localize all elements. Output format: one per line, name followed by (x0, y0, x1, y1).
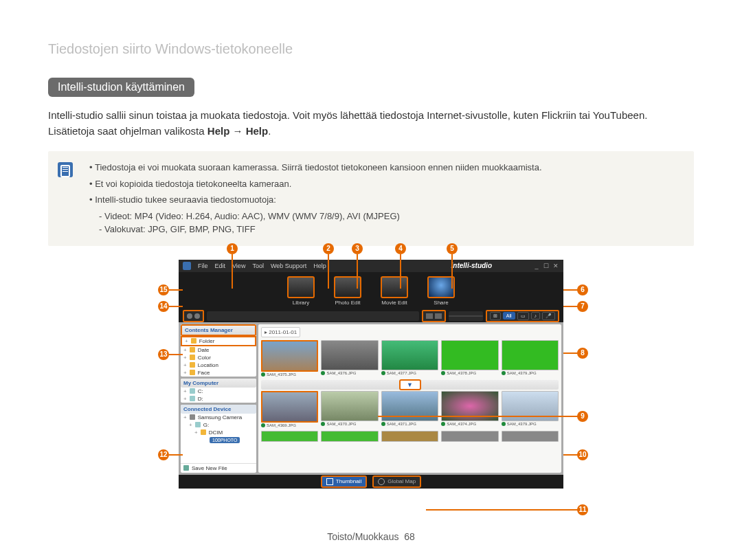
intro-text: Intelli-studio sallii sinun toistaa ja m… (48, 109, 647, 137)
cm-item-location[interactable]: Location (181, 361, 256, 369)
thumb-image (321, 431, 378, 442)
note-icon (58, 162, 73, 177)
window-maximize-icon[interactable]: ☐ (543, 262, 550, 269)
filter-audio-icon[interactable]: 🎤 (542, 312, 555, 320)
device-drive[interactable]: G: (181, 421, 256, 429)
thumbnail[interactable] (261, 431, 318, 442)
drive-d[interactable]: D: (181, 395, 256, 403)
note-subitem: Videot: MP4 (Video: H.264, Audio: AAC), … (99, 210, 684, 223)
gallery-date-header[interactable]: ▸ 2011-01-01 (261, 327, 300, 337)
splitter-handle-icon[interactable]: ▼ (399, 379, 421, 390)
menu-help[interactable]: Help (313, 262, 326, 269)
thumbnail-row: SAM_4369.JPG SAM_4370.JPG SAM_4371.JPG S… (261, 391, 559, 428)
thumbnail[interactable]: SAM_4371.JPG (381, 391, 438, 428)
drive-icon (190, 396, 195, 401)
cm-label: Location (198, 362, 218, 368)
thumbnail-grid-icon (326, 478, 333, 485)
filter-all[interactable]: All (503, 312, 515, 320)
sidebar: Contents Manager Folder Date Color Locat… (181, 324, 256, 473)
menu-tool[interactable]: Tool (252, 262, 264, 269)
window-close-icon[interactable]: ✕ (552, 262, 559, 269)
device-dcim[interactable]: DCIM (181, 429, 256, 436)
cm-item-folder[interactable]: Folder (181, 336, 256, 346)
nav-back-forward[interactable] (183, 310, 204, 322)
thumb-caption: SAM_4374.JPG (441, 421, 498, 427)
contents-manager-header[interactable]: Contents Manager (181, 324, 256, 336)
my-computer-header[interactable]: My Computer (181, 379, 256, 388)
thumb-image (502, 431, 559, 442)
intro-help-path: Help → Help (207, 125, 268, 137)
thumbnail[interactable]: SAM_4376.JPG (321, 340, 378, 377)
cm-item-date[interactable]: Date (181, 346, 256, 354)
window-minimize-icon[interactable]: _ (533, 262, 540, 269)
thumbnail[interactable] (441, 431, 498, 442)
toolbar: ⊞ All ▭ ♪ 🎤 (179, 310, 563, 322)
thumbnail[interactable]: SAM_4374.JPG (441, 391, 498, 428)
drive-label: D: (198, 396, 203, 402)
callout-7: 7 (577, 301, 588, 312)
thumb-image (261, 391, 318, 423)
zoom-slider[interactable] (449, 315, 483, 317)
thumbnail[interactable]: SAM_4378.JPG (441, 340, 498, 377)
save-new-file-button[interactable]: Save New File (181, 463, 256, 473)
cm-label: Date (198, 347, 210, 353)
thumbnail[interactable]: SAM_4375.JPG (261, 340, 318, 377)
view-icon (426, 313, 433, 319)
note-box: Tiedostoja ei voi muokata suoraan kamera… (48, 151, 694, 246)
connected-device-header[interactable]: Connected Device (181, 405, 256, 414)
callout-line (328, 254, 329, 289)
thumbnail[interactable]: SAM_4379.JPG (502, 391, 559, 428)
thumbnail-row: SAM_4375.JPG SAM_4376.JPG SAM_4377.JPG S… (261, 340, 559, 377)
filter-movie-icon[interactable]: ♪ (531, 312, 541, 320)
thumb-caption: SAM_4369.JPG (261, 423, 318, 428)
menu-file[interactable]: File (198, 262, 208, 269)
menu-websupport[interactable]: Web Support (271, 262, 306, 269)
thumbnail[interactable]: SAM_4377.JPG (381, 340, 438, 377)
cm-item-color[interactable]: Color (181, 354, 256, 361)
menu-view[interactable]: View (232, 262, 245, 269)
drive-c[interactable]: C: (181, 388, 256, 395)
drive-icon (195, 422, 201, 427)
thumbnail[interactable]: SAM_4379.JPG (502, 340, 559, 377)
callout-line (378, 416, 578, 417)
mode-movie-edit[interactable]: Movie Edit (375, 276, 414, 306)
thumb-image (441, 340, 498, 370)
view-global-map-button[interactable]: Global Map (372, 475, 421, 488)
callout-11: 11 (577, 504, 588, 515)
folder-icon (190, 370, 195, 375)
thumb-image (261, 340, 318, 372)
zoom-slider-wrap[interactable] (449, 311, 483, 321)
filter-group[interactable]: ⊞ All ▭ ♪ 🎤 (486, 310, 559, 322)
thumbnail[interactable] (381, 431, 438, 442)
thumb-caption: SAM_4378.JPG (441, 370, 498, 376)
mode-library[interactable]: Library (282, 276, 320, 306)
thumbnail[interactable] (502, 431, 559, 442)
drive-icon (190, 388, 195, 394)
device-100photo[interactable]: 100PHOTO (181, 436, 256, 445)
thumbnail[interactable]: SAM_4369.JPG (261, 391, 318, 428)
filter-photo-icon[interactable]: ▭ (517, 312, 529, 320)
thumbnail[interactable] (321, 431, 378, 442)
footer-section: Toisto/Muokkaus (327, 531, 398, 542)
mode-share[interactable]: Share (422, 276, 460, 306)
view-options[interactable] (422, 310, 446, 322)
note-subitem: Valokuvat: JPG, GIF, BMP, PNG, TIFF (99, 223, 684, 236)
nav-back-icon (187, 313, 192, 319)
callout-line (400, 254, 401, 289)
view-thumbnail-button[interactable]: Thumbnail (321, 475, 367, 488)
callout-6: 6 (577, 284, 588, 295)
menubar: File Edit View Tool Web Support Help int… (179, 260, 563, 272)
gallery-splitter[interactable]: ▼ (261, 380, 559, 390)
note-item: Tiedostoja ei voi muokata suoraan kamera… (89, 161, 684, 175)
callout-line (357, 254, 358, 289)
page-breadcrumb: Tiedostojen siirto Windows-tietokoneelle (48, 41, 694, 57)
device-root[interactable]: Samsung Camera (181, 414, 256, 421)
path-display (207, 311, 419, 321)
thumb-image (502, 340, 559, 370)
view-thumbnail-label: Thumbnail (336, 478, 361, 484)
callout-10: 10 (577, 449, 588, 460)
mode-photo-edit[interactable]: Photo Edit (328, 276, 367, 306)
menu-edit[interactable]: Edit (215, 262, 226, 269)
cm-item-face[interactable]: Face (181, 369, 256, 377)
thumbnail[interactable]: SAM_4370.JPG (321, 391, 378, 428)
